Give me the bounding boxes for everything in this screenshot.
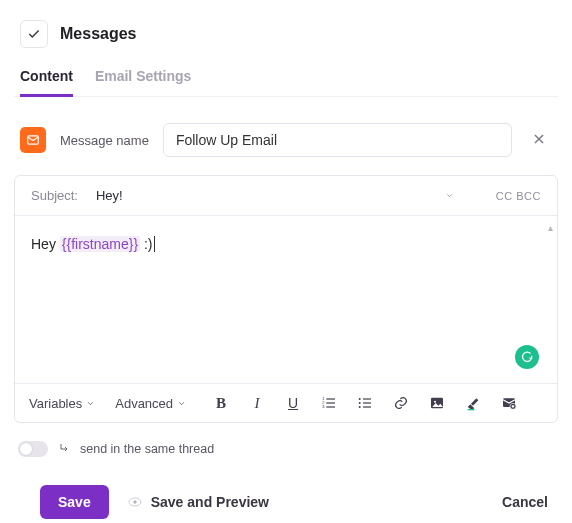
italic-icon[interactable]: I [248,394,266,412]
message-name-input[interactable] [163,123,512,157]
svg-point-23 [133,500,136,503]
tab-email-settings[interactable]: Email Settings [95,62,191,97]
subject-label: Subject: [31,188,78,203]
collapse-toggle[interactable] [20,20,48,48]
mail-icon [20,127,46,153]
tabs: Content Email Settings [14,62,558,97]
advanced-dropdown[interactable]: Advanced [115,396,186,411]
grammarly-icon[interactable] [515,345,539,369]
panel-title: Messages [60,25,137,43]
svg-point-11 [359,402,361,404]
close-icon[interactable] [526,126,552,155]
variable-token-firstname[interactable]: {{firstname}} [60,236,140,252]
panel-header: Messages [14,10,558,62]
highlight-icon[interactable] [464,394,482,412]
ordered-list-icon[interactable]: 123 [320,394,338,412]
body-text-suffix: :) [140,236,152,252]
same-thread-label: send in the same thread [80,442,214,456]
svg-point-9 [359,398,361,400]
body-text-prefix: Hey [31,236,60,252]
same-thread-toggle[interactable] [18,441,48,457]
svg-point-16 [434,401,436,403]
svg-text:3: 3 [322,404,325,409]
cc-bcc-toggle[interactable]: CC BCC [496,190,541,202]
thread-row: send in the same thread [14,435,558,459]
variables-label: Variables [29,396,82,411]
variables-dropdown[interactable]: Variables [29,396,95,411]
message-name-row: Message name [14,97,558,175]
cancel-button[interactable]: Cancel [502,494,548,510]
unordered-list-icon[interactable] [356,394,374,412]
editor-toolbar: Variables Advanced B I U 123 [15,384,557,422]
editor-card: Subject: Hey! CC BCC ▴ Hey {{firstname}}… [14,175,558,423]
link-icon[interactable] [392,394,410,412]
message-name-label: Message name [60,133,149,148]
chevron-down-icon[interactable] [445,188,454,203]
underline-icon[interactable]: U [284,394,302,412]
save-preview-button[interactable]: Save and Preview [127,494,269,510]
tab-content[interactable]: Content [20,62,73,97]
advanced-label: Advanced [115,396,173,411]
reply-arrow-icon [58,442,70,457]
svg-point-13 [359,406,361,408]
body-editor[interactable]: ▴ Hey {{firstname}} :) [15,216,557,384]
subject-value[interactable]: Hey! [96,188,123,203]
scroll-up-icon: ▴ [548,222,553,233]
save-button[interactable]: Save [40,485,109,519]
image-icon[interactable] [428,394,446,412]
messages-panel: Messages Content Email Settings Message … [0,0,572,523]
bold-icon[interactable]: B [212,394,230,412]
subject-row: Subject: Hey! CC BCC [15,176,557,216]
save-preview-label: Save and Preview [151,494,269,510]
attachment-icon[interactable] [500,394,518,412]
footer: Save Save and Preview Cancel [14,459,558,523]
text-cursor [154,236,155,252]
formatting-icons: B I U 123 [212,394,518,412]
